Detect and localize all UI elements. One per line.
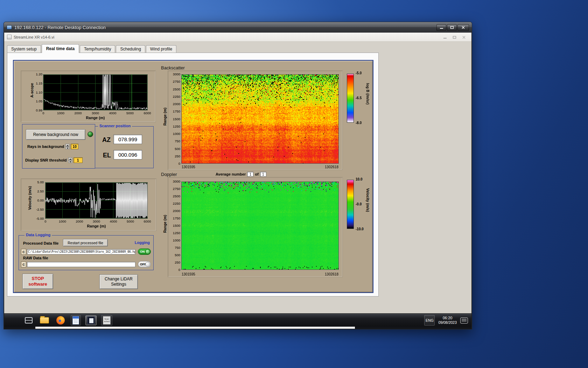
- tab-system-setup[interactable]: System setup: [7, 45, 41, 53]
- scanner-position-title: Scanner position: [98, 124, 132, 128]
- change-lidar-settings-button[interactable]: Change LiDAR Settings: [99, 274, 138, 289]
- tick-label: -5.0: [356, 71, 368, 75]
- rays-spinner[interactable]: [65, 144, 69, 149]
- tick-label: 0: [168, 162, 180, 165]
- processed-data-file-label: Processed Data file: [23, 241, 59, 245]
- task-view-icon[interactable]: [23, 316, 34, 324]
- tick-label: 1500: [168, 117, 180, 121]
- app-close-button[interactable]: [462, 34, 466, 40]
- stop-software-button-line1: STOP: [31, 276, 44, 281]
- snr-spinner[interactable]: [68, 157, 72, 163]
- rdp-titlebar[interactable]: 192.168.0.122 - Remote Desktop Connectio…: [4, 22, 472, 33]
- average-number-field[interactable]: 1: [247, 172, 253, 177]
- average-count-field[interactable]: 1: [260, 172, 266, 177]
- tab-scheduling[interactable]: Scheduling: [116, 45, 145, 53]
- tick-label: 2750: [168, 187, 180, 191]
- text-editor-icon[interactable]: [71, 315, 81, 326]
- backscatter-y-axis: 3000275025002250200017501500125010007505…: [168, 73, 180, 165]
- tick-label: 2000: [75, 219, 84, 223]
- app-minimize-button[interactable]: [443, 34, 447, 40]
- tick-label: 5.00: [32, 180, 44, 184]
- tick-label: 5000: [126, 219, 135, 223]
- tick-label: 750: [168, 139, 180, 143]
- maximize-button[interactable]: [447, 24, 457, 31]
- processed-logging-toggle[interactable]: ON: [138, 248, 151, 255]
- doppler-y-axis: 3000275025002250200017501500125010007505…: [168, 180, 180, 272]
- spin-down-icon[interactable]: [68, 160, 72, 163]
- tick-label: 500: [168, 253, 180, 257]
- language-indicator[interactable]: ENG: [424, 315, 435, 326]
- window-bottom-strip: [4, 327, 471, 329]
- average-number-row: Average number 1 of 1: [216, 172, 266, 177]
- scanner-position-group: Scanner position AZ 078.999 EL 000.096: [95, 126, 154, 168]
- tick-label: 3000: [168, 73, 180, 76]
- notification-icon[interactable]: [460, 318, 468, 323]
- scan-scheduler-icon[interactable]: Scan sched: [101, 315, 112, 326]
- tick-label: 4000: [109, 219, 118, 223]
- spin-up-icon[interactable]: [68, 157, 72, 160]
- rdp-window-title: 192.168.0.122 - Remote Desktop Connectio…: [14, 25, 106, 30]
- rays-value-field[interactable]: 10: [71, 144, 78, 149]
- tick-label: 10.0: [356, 178, 369, 181]
- app-maximize-button[interactable]: [453, 34, 456, 40]
- app-titlebar[interactable]: StreamLine XR v14-6.vi: [4, 33, 471, 42]
- tick-label: -2.50: [32, 208, 44, 211]
- processed-path-row: C C:\Lidar\Data\Proc\2023\202308\2023080…: [21, 249, 135, 255]
- tick-label: 0: [39, 111, 48, 115]
- app-window-title: StreamLine XR v14-6.vi: [14, 35, 54, 39]
- rdp-content: StreamLine XR v14-6.vi System setup Real…: [4, 33, 471, 329]
- tick-label: -10.0: [356, 227, 369, 231]
- task-view-glyph: [25, 317, 33, 323]
- tick-label: 1750: [168, 217, 180, 220]
- close-button[interactable]: [457, 24, 469, 31]
- streamline-app-icon[interactable]: [85, 315, 97, 325]
- minimize-button[interactable]: [436, 24, 446, 31]
- tab-temp-humidity[interactable]: Temp/humidity: [80, 45, 115, 53]
- processed-path-field[interactable]: C:\Lidar\Data\Proc\2023\202308\20230809\…: [27, 249, 135, 254]
- doppler-colorbar-title: Velocity (m/s): [366, 188, 370, 212]
- velocity-plot: [46, 183, 147, 218]
- raw-path-browse-button[interactable]: C: [21, 261, 26, 267]
- raw-logging-toggle[interactable]: OFF: [138, 261, 151, 267]
- taskbar-clock[interactable]: 06:20 09/08/2023: [438, 316, 457, 325]
- raw-path-field[interactable]: [27, 262, 135, 267]
- snr-value-field[interactable]: 1: [74, 157, 83, 163]
- ascope-x-axis-title: Range (m): [43, 116, 147, 120]
- el-label: EL: [103, 152, 111, 159]
- el-value-field[interactable]: 000.096: [113, 150, 142, 159]
- velocity-x-axis: 0100020003000400050006000: [41, 219, 152, 223]
- stop-software-button-line2: software: [28, 281, 47, 287]
- az-value-field[interactable]: 078.999: [113, 135, 142, 144]
- backscatter-x-end: 1302618: [325, 165, 338, 169]
- firefox-icon[interactable]: [55, 315, 66, 325]
- clock-time: 06:20: [443, 316, 453, 320]
- doppler-title: Doppler: [161, 172, 177, 177]
- change-lidar-settings-line1: Change LiDAR: [105, 277, 133, 282]
- spin-down-icon[interactable]: [65, 146, 69, 149]
- data-logging-title: Data Logging: [24, 233, 52, 237]
- average-number-label: Average number: [216, 172, 246, 176]
- processed-path-browse-button[interactable]: C: [21, 249, 26, 255]
- background-controls-group: Renew background now Rays in background …: [22, 124, 95, 169]
- tab-wind-profile[interactable]: Wind profile: [146, 45, 176, 53]
- tick-label: 0.00: [32, 199, 44, 202]
- file-explorer-icon[interactable]: [38, 316, 50, 324]
- document-icon: [72, 316, 79, 325]
- spin-up-icon[interactable]: [65, 144, 69, 146]
- tick-label: 1250: [168, 231, 180, 235]
- tab-real-time-data[interactable]: Real time data: [42, 44, 79, 53]
- az-label: AZ: [102, 136, 111, 144]
- clock-date: 09/08/2023: [438, 320, 457, 325]
- ascope-x-axis: 0100020003000400050006000: [39, 111, 152, 115]
- stop-software-button[interactable]: STOP software: [22, 274, 53, 289]
- restart-processed-file-button[interactable]: Restart processed file: [63, 239, 108, 246]
- tick-label: 1000: [57, 111, 65, 115]
- change-lidar-settings-line2: Settings: [111, 282, 126, 287]
- processed-logging-toggle-label: ON: [140, 250, 145, 253]
- main-panel: A-scope 1.201.151.101.050.99 01000200030…: [13, 60, 373, 293]
- rdp-icon: [7, 25, 12, 29]
- tick-label: 1500: [168, 224, 180, 227]
- renew-background-button[interactable]: Renew background now: [26, 129, 85, 140]
- backscatter-x-axis: 1301595 1302618: [182, 165, 338, 169]
- doppler-x-axis: 1301595 1302618: [182, 272, 338, 276]
